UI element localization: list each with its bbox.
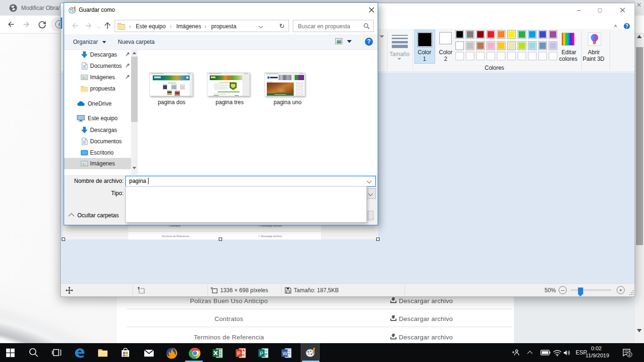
svg-text:P: P — [237, 351, 240, 356]
svg-text:W: W — [282, 351, 288, 356]
svg-text:P: P — [260, 351, 263, 356]
